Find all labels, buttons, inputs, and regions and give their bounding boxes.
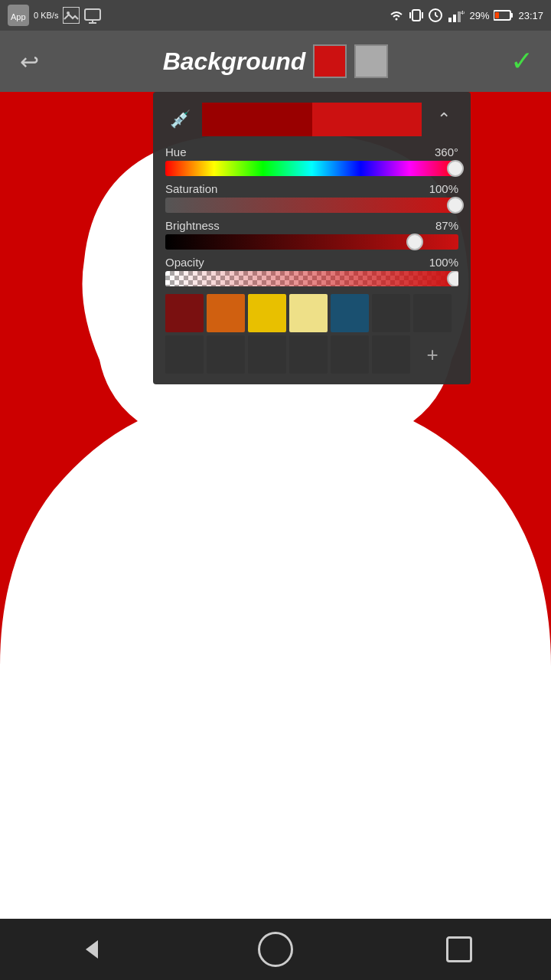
- hue-slider[interactable]: [165, 161, 458, 176]
- undo-button[interactable]: ↩: [8, 40, 51, 83]
- svg-text:4G+: 4G+: [461, 10, 465, 15]
- swatch-7-empty: [413, 294, 452, 332]
- recents-nav-button[interactable]: [436, 926, 482, 972]
- swatch-13-empty: [372, 335, 410, 374]
- opacity-value: 100%: [429, 256, 458, 269]
- confirm-button[interactable]: ✓: [500, 40, 543, 83]
- title-area: Background: [163, 44, 389, 78]
- current-color-swatch[interactable]: [313, 44, 347, 78]
- svg-rect-2: [63, 7, 80, 24]
- screen-icon: [84, 7, 101, 24]
- home-circle-icon: [258, 932, 293, 967]
- hue-value: 360°: [435, 145, 458, 158]
- swatch-6-empty: [372, 294, 410, 332]
- status-left: App 0 KB/s: [8, 5, 101, 26]
- status-right: 4G+ 29% 23:17: [388, 7, 543, 24]
- vibrate-icon: [409, 7, 423, 24]
- canvas-area: 💉 ⌃ Hue 360° Saturation 100%: [0, 92, 551, 934]
- svg-rect-19: [495, 12, 499, 18]
- saturation-value: 100%: [429, 182, 458, 195]
- back-icon: [80, 937, 104, 962]
- opacity-label-row: Opacity 100%: [165, 256, 458, 269]
- opacity-slider-row: Opacity 100%: [165, 256, 458, 286]
- undo-icon: ↩: [20, 48, 39, 75]
- clock-time: 23:17: [518, 10, 543, 21]
- status-bar: App 0 KB/s: [0, 0, 551, 31]
- collapse-button[interactable]: ⌃: [429, 105, 458, 134]
- svg-rect-7: [412, 10, 420, 21]
- wifi-icon: [388, 7, 405, 24]
- current-color-preview: [312, 103, 422, 136]
- top-toolbar: ↩ Background ✓: [0, 31, 551, 92]
- swatch-12-empty: [331, 335, 369, 374]
- brightness-value: 87%: [435, 219, 458, 232]
- image-icon: [63, 7, 80, 24]
- svg-rect-14: [453, 15, 456, 22]
- brightness-slider-row: Brightness 87%: [165, 219, 458, 250]
- swatch-11-empty: [289, 335, 328, 374]
- checkmark-icon: ✓: [510, 45, 533, 77]
- svg-marker-20: [86, 940, 98, 959]
- brightness-label-row: Brightness 87%: [165, 219, 458, 232]
- color-preview: [202, 103, 422, 136]
- opacity-label: Opacity: [165, 256, 204, 269]
- eyedropper-button[interactable]: 💉: [165, 105, 194, 134]
- battery-icon: [494, 10, 514, 21]
- hue-label: Hue: [165, 145, 187, 158]
- color-picker-panel: 💉 ⌃ Hue 360° Saturation 100%: [153, 92, 471, 384]
- swatch-4[interactable]: [289, 294, 328, 332]
- previous-color-preview: [202, 103, 312, 136]
- swatch-3[interactable]: [248, 294, 286, 332]
- home-nav-button[interactable]: [253, 926, 298, 972]
- nav-bar: [0, 919, 551, 980]
- swatch-5[interactable]: [331, 294, 369, 332]
- signal-icon: 4G+: [448, 7, 465, 24]
- swatch-row-2: +: [165, 335, 458, 374]
- svg-line-12: [435, 15, 438, 17]
- svg-text:App: App: [11, 12, 26, 21]
- swatch-1[interactable]: [165, 294, 204, 332]
- svg-rect-13: [448, 18, 452, 22]
- panel-title: Background: [163, 47, 306, 76]
- svg-rect-18: [510, 13, 513, 18]
- swatch-9-empty: [207, 335, 245, 374]
- clock-icon: [428, 8, 443, 23]
- brightness-label: Brightness: [165, 219, 220, 232]
- battery-level: 29%: [469, 10, 489, 21]
- recents-square-icon: [446, 936, 472, 962]
- previous-color-swatch[interactable]: [354, 44, 388, 78]
- eyedropper-icon: 💉: [170, 109, 191, 129]
- saturation-label-row: Saturation 100%: [165, 182, 458, 195]
- swatch-row-1: [165, 294, 458, 332]
- app-icon: App: [8, 5, 29, 26]
- swatch-8-empty: [165, 335, 204, 374]
- add-swatch-button[interactable]: +: [413, 335, 452, 374]
- saturation-slider-row: Saturation 100%: [165, 182, 458, 213]
- brightness-slider[interactable]: [165, 234, 458, 250]
- saturation-label: Saturation: [165, 182, 217, 195]
- swatch-10-empty: [248, 335, 286, 374]
- svg-rect-4: [85, 9, 100, 20]
- saturation-slider[interactable]: [165, 198, 458, 213]
- hue-label-row: Hue 360°: [165, 145, 458, 158]
- hue-slider-row: Hue 360°: [165, 145, 458, 176]
- opacity-slider[interactable]: [165, 271, 458, 286]
- panel-top-row: 💉 ⌃: [165, 103, 458, 136]
- back-nav-button[interactable]: [69, 926, 115, 972]
- data-speed: 0 KB/s: [34, 11, 58, 20]
- swatch-2[interactable]: [207, 294, 245, 332]
- swatches-area: +: [165, 294, 458, 374]
